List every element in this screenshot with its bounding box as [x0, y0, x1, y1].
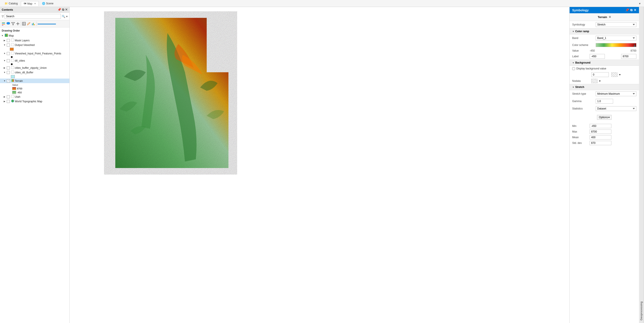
band-label: Band [572, 37, 594, 40]
dtl-cities-checkbox[interactable] [7, 59, 10, 62]
mask-layers-icon [11, 39, 14, 42]
sym-restore-icon[interactable]: ⧉ [630, 8, 632, 12]
viewshed-points-checkbox[interactable] [7, 52, 10, 55]
geoprocessing-tab[interactable]: Geoprocessing [639, 7, 644, 323]
search-input[interactable] [4, 14, 61, 19]
tree-item-mask-layers[interactable]: ▶ Mask Layers [0, 38, 70, 43]
color-ramp-bar[interactable] [596, 43, 636, 47]
tree-item-cities-dtl-buffer[interactable]: ▼ cities_dtl_Buffer [0, 70, 70, 75]
stretch-type-control: Minimum Maximum [596, 91, 636, 96]
terrain-expander[interactable]: ▼ [3, 80, 6, 82]
terrain-low-label: -450 [17, 91, 22, 94]
map-expander[interactable]: ▼ [1, 34, 4, 37]
output-viewshed-checkbox[interactable] [7, 44, 10, 47]
stretch-section-header[interactable]: ▼ Stretch [570, 84, 639, 90]
tree-item-world-topo[interactable]: ▶ World Topographic Map [0, 99, 70, 104]
tab-catalog[interactable]: 📁 Catalog [2, 1, 20, 6]
map-icon: 🗺 [24, 2, 26, 5]
std-dev-input[interactable] [590, 141, 611, 145]
pin-icon[interactable]: 📌 [58, 8, 61, 12]
statistics-label: Statistics [572, 107, 594, 110]
mask-layers-expander[interactable]: ▶ [3, 39, 6, 42]
sym-type-select[interactable]: Stretch [596, 22, 636, 27]
statistics-control: Dataset [596, 106, 636, 111]
drawing-order-header: Drawing Order [0, 28, 70, 33]
viewshed-points-expander[interactable]: ▼ [3, 52, 6, 55]
sketch-btn[interactable] [26, 21, 31, 26]
search-icon[interactable]: 🔍 [62, 15, 65, 18]
label-max-input[interactable] [621, 54, 636, 59]
sym-menu-icon[interactable]: ≡ [609, 15, 611, 19]
nodata-label: Nodata [572, 80, 590, 83]
add-preset-btn[interactable] [16, 21, 20, 26]
filter-icon[interactable]: ▽ [2, 15, 4, 18]
list-by-drawing-order-btn[interactable] [1, 21, 6, 26]
sym-close-icon[interactable]: ✕ [634, 8, 636, 12]
world-topo-checkbox[interactable] [7, 100, 10, 103]
tab-overflow-arrow[interactable]: ▾ [637, 2, 642, 5]
cities-buffer-expander[interactable]: ▶ [3, 67, 6, 69]
mean-input[interactable] [590, 135, 611, 140]
table-view-btn[interactable] [22, 21, 26, 26]
tree-item-terrain[interactable]: ▼ Terr [0, 79, 70, 83]
dtl-cities-expander[interactable]: ▼ [3, 59, 6, 62]
stretch-type-select[interactable]: Minimum Maximum [596, 91, 636, 96]
terrain-label: Terrain [15, 80, 23, 83]
gamma-input[interactable] [596, 99, 613, 104]
tree-item-map[interactable]: ▼ Map [0, 33, 70, 38]
map-layer-icon [4, 34, 8, 38]
label-min-input[interactable] [590, 54, 605, 59]
nodata-dropdown[interactable]: ▾ [599, 80, 600, 83]
gamma-control [596, 99, 636, 104]
tree-item-output-viewshed[interactable]: ▼ Output Viewshed [0, 43, 70, 47]
svg-rect-2 [2, 24, 5, 25]
min-input[interactable] [590, 124, 611, 128]
cities-dtl-buffer-expander[interactable]: ▼ [3, 71, 6, 74]
dropdown-icon[interactable]: ▾ [66, 15, 68, 18]
sym-pin-icon[interactable]: 📌 [625, 8, 629, 12]
color-ramp-section-header[interactable]: ▼ Color ramp [570, 28, 639, 34]
utah-expander[interactable]: ▶ [3, 96, 6, 98]
tab-scene[interactable]: 🌐 Scene [39, 1, 56, 6]
svg-rect-25 [11, 79, 14, 82]
list-by-data-source-btn[interactable] [6, 21, 10, 26]
close-panel-icon[interactable]: ✕ [65, 8, 68, 12]
statistics-select[interactable]: Dataset [596, 106, 636, 111]
color-scheme-label: Color scheme [572, 44, 594, 47]
cities-dtl-buffer-checkbox[interactable] [7, 71, 10, 74]
tree-item-orange-swatch [0, 47, 70, 51]
tree-item-cities-buffer[interactable]: ▶ cities_buffer_zippoly_Union [0, 66, 70, 70]
svg-rect-18 [6, 34, 8, 35]
mean-label: Mean [572, 136, 590, 139]
utah-checkbox[interactable] [7, 95, 10, 98]
chart-btn[interactable] [31, 21, 36, 26]
tree-item-viewshed-points[interactable]: ▼ Viewshed_Input_Point_Features_Points [0, 51, 70, 56]
world-topo-expander[interactable]: ▶ [3, 100, 6, 103]
bg-swatch-dropdown[interactable]: ▾ [619, 73, 620, 76]
world-topo-label: World Topographic Map [15, 100, 42, 103]
sym-layer-name-label: Terrain [598, 16, 607, 19]
background-section-header[interactable]: ▼ Background [570, 60, 639, 66]
bg-pattern-swatch[interactable] [611, 73, 618, 77]
terrain-checkbox[interactable] [7, 80, 10, 83]
svg-rect-24 [11, 71, 14, 73]
nodata-swatch[interactable] [591, 79, 598, 83]
band-select[interactable]: Band_1 [596, 36, 636, 41]
output-viewshed-expander[interactable]: ▼ [3, 44, 6, 46]
tree-item-dtl-cities[interactable]: ▼ dtl_cities [0, 58, 70, 63]
max-input[interactable] [590, 130, 611, 134]
tab-map[interactable]: 🗺 Map ✕ [21, 1, 38, 6]
svg-rect-14 [33, 23, 34, 25]
display-bg-checkbox[interactable] [572, 67, 575, 70]
restore-icon[interactable]: ⧉ [62, 8, 64, 12]
tree-item-utah[interactable]: ▶ Utah [0, 95, 70, 99]
filter-layers-btn[interactable] [11, 21, 15, 26]
bg-value-input[interactable] [591, 72, 609, 77]
display-bg-row: Display background value [570, 66, 639, 71]
map-area[interactable] [70, 7, 569, 323]
cities-buffer-checkbox[interactable] [7, 66, 10, 70]
tab-map-close[interactable]: ✕ [34, 3, 36, 5]
options-label: Options [599, 116, 608, 119]
options-button[interactable]: Options ▾ [597, 115, 612, 120]
mask-layers-checkbox[interactable] [7, 39, 10, 42]
